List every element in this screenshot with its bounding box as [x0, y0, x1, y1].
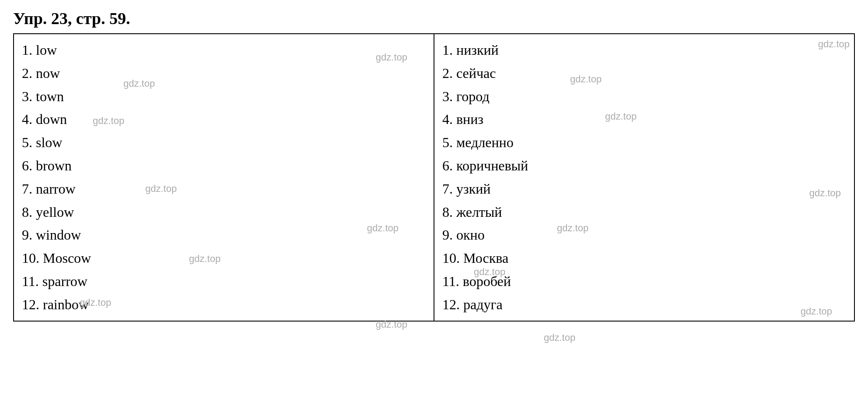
list-item: 7. узкий [442, 177, 846, 201]
left-column: 1. low2. now3. town4. down5. slow6. brow… [14, 34, 434, 321]
list-item: 10. Moscow [22, 247, 426, 270]
list-item: 3. town [22, 85, 426, 108]
list-item: 12. радуга [442, 293, 846, 316]
list-item: 3. город [442, 85, 846, 108]
list-item: 11. sparrow [22, 270, 426, 293]
left-word-list: 1. low2. now3. town4. down5. slow6. brow… [22, 39, 426, 316]
list-item: 9. window [22, 223, 426, 247]
list-item: 12. rainbow [22, 293, 426, 316]
list-item: 6. коричневый [442, 154, 846, 177]
list-item: 10. Москва [442, 247, 846, 270]
list-item: 8. желтый [442, 201, 846, 224]
right-word-list: 1. низкий2. сейчас3. город4. вниз5. медл… [442, 39, 846, 316]
list-item: 5. slow [22, 131, 426, 154]
list-item: 1. low [22, 39, 426, 62]
list-item: 2. сейчас [442, 62, 846, 85]
list-item: 5. медленно [442, 131, 846, 154]
list-item: 6. brown [22, 154, 426, 177]
watermark-left-8: gdz.top [376, 319, 407, 330]
list-item: 11. воробей [442, 270, 846, 293]
list-item: 7. narrow [22, 177, 426, 201]
list-item: 2. now [22, 62, 426, 85]
list-item: 4. вниз [442, 108, 846, 131]
list-item: 8. yellow [22, 201, 426, 224]
list-item: 9. окно [442, 223, 846, 247]
exercise-table: 1. low2. now3. town4. down5. slow6. brow… [13, 33, 855, 322]
list-item: 4. down [22, 108, 426, 131]
list-item: 1. низкий [442, 39, 846, 62]
right-column: 1. низкий2. сейчас3. город4. вниз5. медл… [434, 34, 854, 321]
page-title: Упр. 23, стр. 59. [13, 9, 855, 28]
watermark-right-8: gdz.top [544, 332, 575, 343]
